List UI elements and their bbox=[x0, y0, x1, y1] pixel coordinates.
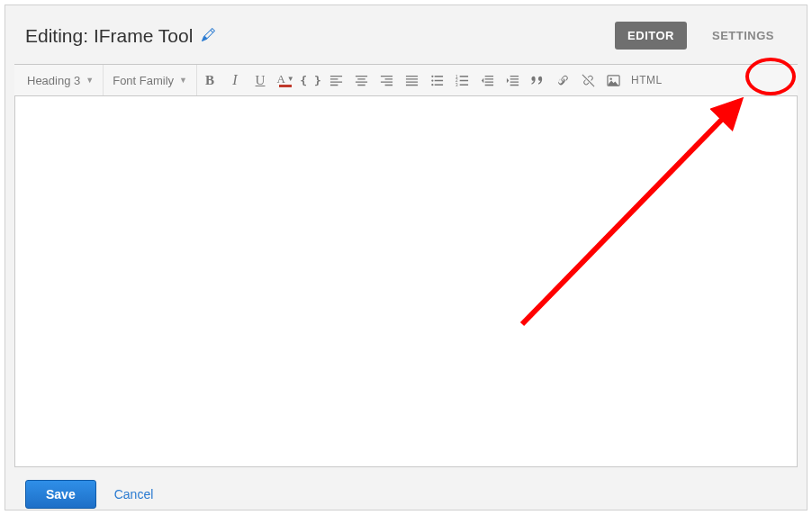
bullet-list-button[interactable] bbox=[424, 65, 449, 95]
svg-rect-5 bbox=[434, 84, 442, 86]
tab-settings[interactable]: SETTINGS bbox=[699, 22, 787, 50]
svg-point-0 bbox=[431, 75, 433, 77]
text-color-bar bbox=[279, 85, 292, 87]
caret-down-icon: ▼ bbox=[287, 76, 294, 83]
text-color-a: A bbox=[276, 73, 284, 85]
align-right-button[interactable] bbox=[374, 65, 399, 95]
panel-footer: Save Cancel bbox=[5, 467, 807, 515]
caret-down-icon: ▼ bbox=[179, 76, 187, 85]
format-select-label: Heading 3 bbox=[27, 74, 80, 87]
tab-editor[interactable]: EDITOR bbox=[615, 22, 687, 50]
font-family-select[interactable]: Font Family ▼ bbox=[104, 65, 197, 95]
format-select[interactable]: Heading 3 ▼ bbox=[18, 65, 104, 95]
cancel-link[interactable]: Cancel bbox=[114, 487, 154, 501]
italic-button[interactable]: I bbox=[222, 65, 248, 95]
code-block-button[interactable]: { } bbox=[298, 65, 323, 95]
caret-down-icon: ▼ bbox=[86, 76, 94, 85]
svg-point-13 bbox=[609, 77, 611, 79]
svg-rect-9 bbox=[459, 79, 467, 81]
outdent-button[interactable] bbox=[474, 65, 500, 95]
align-justify-button[interactable] bbox=[399, 65, 424, 95]
bold-button[interactable]: B bbox=[197, 65, 222, 95]
link-button[interactable] bbox=[550, 65, 575, 95]
align-center-button[interactable] bbox=[348, 65, 374, 95]
image-button[interactable] bbox=[600, 65, 626, 95]
save-button[interactable]: Save bbox=[25, 480, 96, 509]
text-color-button[interactable]: A ▼ bbox=[273, 65, 298, 95]
pencil-icon[interactable] bbox=[202, 28, 215, 44]
editor-toolbar: Heading 3 ▼ Font Family ▼ B I U A ▼ { } bbox=[14, 64, 798, 96]
svg-rect-1 bbox=[434, 76, 442, 77]
indent-button[interactable] bbox=[500, 65, 525, 95]
html-source-button[interactable]: HTML bbox=[626, 65, 668, 95]
editor-panel: Editing: IFrame Tool EDITOR SETTINGS Hea… bbox=[5, 5, 807, 510]
font-select-label: Font Family bbox=[113, 74, 174, 87]
svg-text:3: 3 bbox=[456, 83, 458, 87]
editor-content-area[interactable] bbox=[14, 96, 798, 467]
align-left-button[interactable] bbox=[323, 65, 348, 95]
tab-bar: EDITOR SETTINGS bbox=[615, 22, 787, 50]
svg-rect-3 bbox=[434, 79, 442, 81]
unlink-button[interactable] bbox=[575, 65, 600, 95]
panel-header: Editing: IFrame Tool EDITOR SETTINGS bbox=[5, 5, 807, 64]
svg-point-4 bbox=[431, 84, 433, 86]
underline-button[interactable]: U bbox=[248, 65, 273, 95]
svg-rect-7 bbox=[459, 76, 467, 77]
page-title: Editing: IFrame Tool bbox=[25, 25, 193, 47]
svg-rect-11 bbox=[459, 84, 467, 86]
blockquote-button[interactable] bbox=[525, 65, 550, 95]
svg-point-2 bbox=[431, 79, 433, 81]
title-wrap: Editing: IFrame Tool bbox=[25, 25, 215, 47]
numbered-list-button[interactable]: 123 bbox=[449, 65, 474, 95]
